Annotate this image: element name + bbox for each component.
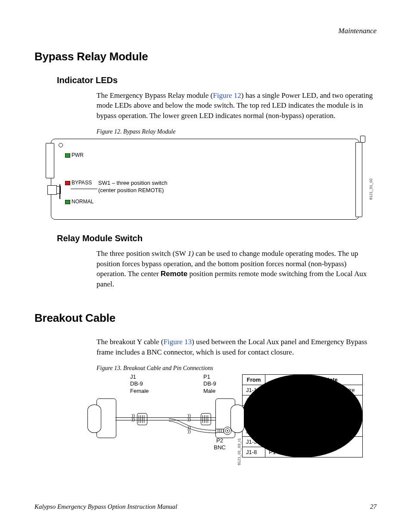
footer-title: Kalypso Emergency Bypass Option Instruct… [34, 503, 177, 510]
cell-from: J1-3 [243, 437, 265, 447]
connector-label-p2: P2 BNC [207, 437, 233, 451]
table-header-note: Note [300, 375, 362, 385]
text: Male [203, 388, 215, 394]
heading-indicator-leds: Indicator LEDs [57, 75, 377, 85]
text: Female [130, 388, 149, 394]
heading-relay-module-switch: Relay Module Switch [57, 233, 377, 243]
heading-breakout-cable: Breakout Cable [34, 311, 377, 325]
label-bypass: BYPASS [72, 180, 92, 186]
cell-note: Twisted pair [300, 437, 362, 457]
figure-id: 8121_01_03_r1 [237, 438, 241, 465]
led-bypass-icon [65, 181, 70, 185]
table-row: J1-1P1-5Use cable drain wire [243, 385, 363, 395]
link-figure-12[interactable]: Figure 12 [213, 91, 241, 100]
cell-from: J1-8 [243, 447, 265, 457]
text: P1 [203, 373, 210, 380]
heading-bypass-relay-module: Bypass Relay Module [34, 50, 377, 63]
text: DB-9 [130, 380, 143, 387]
cell-note: BNC connector [300, 416, 362, 437]
mount-tab [360, 136, 365, 143]
mount-tab [46, 143, 54, 178]
figure-13-caption: Figure 13. Breakout Cable and Pin Connec… [97, 365, 377, 372]
pin-connections-table: From To Note J1-1P1-5Use cable drain wir… [242, 374, 363, 457]
board-outline [51, 139, 359, 220]
text: The Emergency Bypass Relay module ( [97, 91, 213, 100]
figure-12-caption: Figure 12. Bypass Relay Module [97, 128, 377, 135]
cell-note: Use cable drain wire [300, 385, 362, 395]
switch-annotation: SW1 – three position switch (center posi… [98, 180, 167, 194]
text: The breakout Y cable ( [97, 338, 163, 346]
cell-note: Twisted pair [300, 395, 362, 416]
connector-label-p1: P1 DB-9 Male [203, 373, 238, 395]
label-normal: NORMAL [72, 199, 93, 205]
link-figure-13[interactable]: Figure 13 [163, 338, 192, 346]
label-pwr: PWR [72, 152, 84, 158]
bnc-connector-icon [215, 425, 232, 436]
switch-stem [59, 184, 60, 199]
edge-connector [355, 142, 362, 217]
figure-13: J1 DB-9 Female P1 DB-9 Male P2 BNC [71, 373, 235, 460]
table-header-to: To [265, 375, 301, 385]
led-normal-icon [65, 200, 70, 204]
table-header-from: From [243, 375, 265, 385]
para-breakout-cable: The breakout Y cable (Figure 13) used be… [97, 337, 377, 357]
running-head: Maintenance [34, 27, 377, 35]
cell-to: P1-3 [265, 437, 301, 447]
led-power-icon [65, 153, 70, 158]
table-row: J1-3P1-3Twisted pair [243, 437, 363, 447]
cell-from: J1-7 [243, 406, 265, 416]
cell-from: J1-6 [243, 426, 265, 437]
text: The three position switch (SW [97, 249, 188, 258]
cell-from: J1-2 [243, 395, 265, 406]
page-footer: Kalypso Emergency Bypass Option Instruct… [34, 503, 377, 510]
table-row: J1-4P2-CenterBNC connector [243, 416, 363, 426]
cell-to: P2-Shield [265, 426, 301, 437]
text: DB-9 [203, 380, 216, 387]
cell-to: P1-8 [265, 447, 301, 457]
text: (center position REMOTE) [98, 187, 164, 193]
cell-to: P1-5 [265, 385, 301, 395]
remote-label: Remote [161, 270, 187, 278]
cable-break-icon [187, 414, 191, 422]
ferrite-icon [137, 413, 147, 425]
cell-to: P1-7 [265, 406, 301, 416]
cell-from: J1-4 [243, 416, 265, 426]
figure-id: 8121_01_02 [369, 178, 373, 200]
page: Maintenance Bypass Relay Module Indicato… [0, 0, 411, 532]
cable-break-icon [187, 426, 191, 434]
connector-label-j1: J1 DB-9 Female [130, 373, 165, 395]
db9-female-icon [97, 398, 116, 438]
table-row: J1-2P1-2Twisted pair [243, 395, 363, 406]
leader-line [71, 189, 97, 189]
text: SW1 – three position switch [98, 180, 167, 186]
para-indicator-leds: The Emergency Bypass Relay module (Figur… [97, 90, 377, 121]
text: BNC [214, 444, 225, 451]
cable-break-icon [131, 414, 135, 422]
figure-12: PWR BYPASS NORMAL SW1 – three position s… [51, 137, 361, 223]
text: J1 [130, 373, 136, 380]
switch-body [47, 185, 57, 195]
cable-y-split [169, 417, 221, 435]
cell-to: P1-2 [265, 395, 301, 406]
svg-point-2 [227, 430, 228, 432]
switch-number: 1) [188, 249, 194, 258]
text: P2 [216, 437, 223, 444]
para-relay-module-switch: The three position switch (SW 1) can be … [97, 249, 377, 289]
cell-from: J1-1 [243, 385, 265, 395]
cell-to: P2-Center [265, 416, 301, 426]
footer-page-number: 27 [370, 503, 377, 510]
